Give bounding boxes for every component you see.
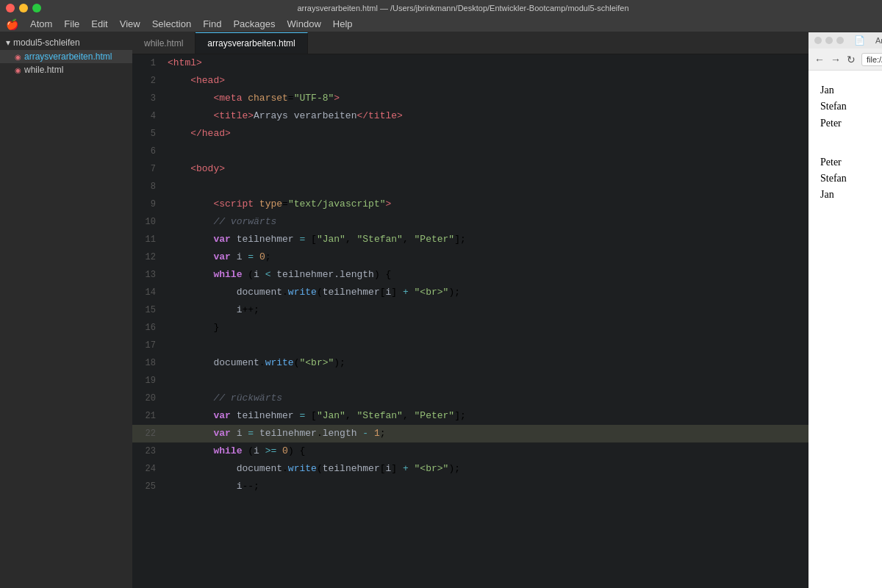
refresh-button[interactable]: ↻	[847, 54, 856, 65]
sidebar-file-arraysverarbeiten: arraysverarbeiten.html	[24, 51, 112, 62]
code-line-17: 17	[132, 337, 808, 354]
html-file-icon-2: ◉	[15, 66, 21, 74]
forward-button[interactable]: →	[831, 54, 841, 65]
tab-arraysverarbeiten[interactable]: arraysverarbeiten.html	[196, 32, 307, 54]
code-line-18: 18 document.write("<br>");	[132, 354, 808, 372]
code-line-25: 25 i--;	[132, 478, 808, 495]
code-line-5: 5 </head>	[132, 125, 808, 143]
code-line-15: 15 i++;	[132, 301, 808, 319]
traffic-lights	[6, 4, 41, 12]
code-line-13: 13 while (i < teilnehmer.length) {	[132, 266, 808, 284]
code-line-3: 3 <meta charset="UTF-8">	[132, 90, 808, 107]
code-line-10: 10 // vorwärts	[132, 213, 808, 231]
browser-toolbar: ← → ↻ file:///Users/jbrinkmann/D	[808, 49, 882, 71]
browser-title: Arrays verarbeiten	[875, 36, 882, 45]
code-line-2: 2 <head>	[132, 72, 808, 90]
forward-output: Jan Stefan Peter	[820, 82, 882, 132]
url-bar[interactable]: file:///Users/jbrinkmann/D	[861, 53, 882, 66]
browser-max[interactable]	[836, 37, 844, 44]
browser-section: 📄 Arrays verarbeiten ← → ↻ file:///Users…	[808, 32, 882, 588]
code-line-24: 24 document.write(teilnehmer[i] + "<br>"…	[132, 460, 808, 478]
code-line-9: 9 <script type="text/javascript">	[132, 196, 808, 213]
chevron-icon: ▾	[6, 37, 10, 48]
code-line-4: 4 <title>Arrays verarbeiten</title>	[132, 107, 808, 125]
code-line-22: 22 var i = teilnehmer.length - 1;	[132, 425, 808, 442]
output-jan-2: Jan	[820, 187, 882, 203]
close-button[interactable]	[6, 4, 15, 12]
packages-menu[interactable]: Packages	[233, 18, 275, 29]
minimize-button[interactable]	[19, 4, 28, 12]
code-line-12: 12 var i = 0;	[132, 248, 808, 266]
title-bar: arraysverarbeiten.html — /Users/jbrinkma…	[0, 0, 882, 16]
browser-content: Jan Stefan Peter Peter Stefan Jan	[808, 71, 882, 588]
code-line-23: 23 while (i >= 0) {	[132, 442, 808, 460]
code-line-21: 21 var teilnehmer = ["Jan", "Stefan", "P…	[132, 407, 808, 425]
output-jan-1: Jan	[820, 82, 882, 98]
apple-menu[interactable]: 🍎	[6, 18, 18, 30]
main-area: ▾ modul5-schleifen ◉ arraysverarbeiten.h…	[0, 32, 882, 588]
sidebar-file-while: while.html	[24, 65, 63, 75]
window-title: arraysverarbeiten.html — /Users/jbrinkma…	[50, 4, 876, 12]
code-line-16: 16 }	[132, 319, 808, 337]
view-menu[interactable]: View	[120, 18, 140, 29]
selection-menu[interactable]: Selection	[152, 18, 191, 29]
help-menu[interactable]: Help	[333, 18, 353, 29]
code-line-14: 14 document.write(teilnehmer[i] + "<br>"…	[132, 284, 808, 301]
code-line-7: 7 <body>	[132, 160, 808, 178]
code-line-20: 20 // rückwärts	[132, 390, 808, 407]
code-line-8: 8	[132, 178, 808, 196]
output-peter-2: Peter	[820, 154, 882, 171]
file-menu[interactable]: File	[64, 18, 79, 29]
html-file-icon: ◉	[15, 53, 21, 61]
code-editor[interactable]: 1 <html> 2 <head> 3 <meta charset="UTF-8…	[132, 54, 808, 588]
back-button[interactable]: ←	[814, 54, 825, 65]
code-line-11: 11 var teilnehmer = ["Jan", "Stefan", "P…	[132, 231, 808, 248]
code-line-19: 19	[132, 372, 808, 390]
browser-traffic-lights	[814, 37, 844, 44]
maximize-button[interactable]	[32, 4, 41, 12]
edit-menu[interactable]: Edit	[91, 18, 107, 29]
output-stefan-1: Stefan	[820, 98, 882, 115]
browser-title-bar: 📄 Arrays verarbeiten	[808, 32, 882, 49]
window-menu[interactable]: Window	[287, 18, 321, 29]
editor-section: while.html arraysverarbeiten.html 1 <htm…	[132, 32, 808, 588]
sidebar-item-while[interactable]: ◉ while.html	[0, 63, 132, 76]
menu-bar: 🍎 Atom File Edit View Selection Find Pac…	[0, 16, 882, 32]
atom-menu[interactable]: Atom	[30, 18, 52, 29]
output-stefan-2: Stefan	[820, 171, 882, 187]
project-folder: ▾ modul5-schleifen	[0, 35, 132, 50]
browser-min[interactable]	[825, 37, 833, 44]
backward-output: Peter Stefan Jan	[820, 154, 882, 204]
code-line-6: 6	[132, 143, 808, 160]
code-line-1: 1 <html>	[132, 54, 808, 72]
sidebar: ▾ modul5-schleifen ◉ arraysverarbeiten.h…	[0, 32, 132, 588]
output-peter-1: Peter	[820, 115, 882, 132]
find-menu[interactable]: Find	[203, 18, 221, 29]
browser-close[interactable]	[814, 37, 822, 44]
tab-bar: while.html arraysverarbeiten.html	[132, 32, 808, 54]
project-name: modul5-schleifen	[13, 37, 80, 48]
tab-while[interactable]: while.html	[132, 32, 196, 54]
sidebar-item-arraysverarbeiten[interactable]: ◉ arraysverarbeiten.html	[0, 50, 132, 63]
